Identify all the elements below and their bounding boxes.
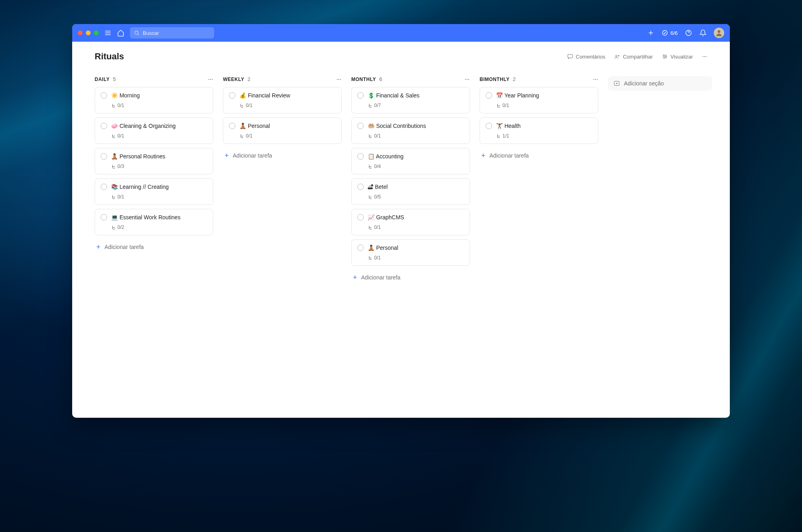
complete-toggle[interactable] (101, 123, 107, 129)
help-button[interactable] (685, 29, 692, 36)
svg-point-43 (242, 138, 243, 138)
task-card[interactable]: 🧘🏾 Personal0/1 (351, 239, 470, 266)
add-section-button[interactable]: Adicionar seção (608, 76, 712, 91)
subtask-icon (368, 255, 373, 260)
window-minimize-button[interactable] (86, 30, 91, 35)
task-card[interactable]: 💻 Essential Work Routines0/2 (95, 209, 213, 235)
progress-stat[interactable]: 6/6 (662, 30, 678, 36)
task-card[interactable]: 🧘🏾 Personal0/1 (223, 117, 342, 144)
complete-toggle[interactable] (101, 92, 107, 99)
svg-line-4 (138, 34, 139, 35)
plus-icon: + (225, 152, 229, 159)
view-button[interactable]: Visualizar (662, 53, 693, 60)
add-task-button[interactable]: +Adicionar tarefa (95, 239, 213, 255)
subtask-icon (111, 225, 116, 230)
task-card[interactable]: 🧼 Cleaning & Organizing0/1 (95, 117, 213, 144)
svg-point-36 (114, 229, 115, 230)
task-title: 📋 Accounting (368, 153, 403, 160)
column: WEEKLY2💰 Financial Review0/1🧘🏾 Personal0… (223, 76, 342, 163)
task-card[interactable]: 🤲🏼 Social Contributions0/1 (351, 117, 470, 144)
column-count: 5 (113, 76, 115, 82)
complete-toggle[interactable] (101, 184, 107, 190)
comments-button[interactable]: Comentários (567, 53, 606, 60)
column-title: WEEKLY (223, 77, 244, 82)
task-card[interactable]: 🏕 Betel0/5 (351, 178, 470, 205)
svg-point-50 (371, 138, 371, 138)
search-box[interactable]: Buscar (130, 27, 214, 38)
task-card[interactable]: 📚 Learning // Creating0/1 (95, 178, 213, 205)
menu-button[interactable] (104, 29, 111, 36)
page-header: Rituals Comentários Compartilhar Visuali… (72, 42, 730, 65)
svg-point-29 (114, 136, 115, 137)
complete-toggle[interactable] (357, 184, 364, 190)
task-subtask-count: 0/1 (368, 225, 464, 230)
complete-toggle[interactable] (357, 153, 364, 160)
complete-toggle[interactable] (357, 123, 364, 129)
window-close-button[interactable] (78, 30, 83, 35)
notifications-button[interactable] (699, 29, 707, 36)
task-card[interactable]: 📋 Accounting0/4 (351, 148, 470, 174)
task-card[interactable]: 📈 GraphCMS0/1 (351, 209, 470, 235)
share-button[interactable]: Compartilhar (614, 53, 652, 60)
traffic-lights (78, 30, 99, 35)
svg-point-37 (337, 79, 338, 79)
column-title: MONTHLY (351, 77, 376, 82)
view-label: Visualizar (670, 54, 693, 60)
task-emoji: 🧼 (111, 123, 118, 129)
column-count: 6 (379, 76, 382, 82)
window-fullscreen-button[interactable] (94, 30, 99, 35)
svg-point-40 (242, 105, 243, 106)
task-card[interactable]: 🧘🏾 Personal Routines0/3 (95, 148, 213, 174)
task-card[interactable]: 📅 Year Planning0/1 (480, 87, 598, 113)
search-icon (134, 30, 140, 36)
svg-point-46 (468, 79, 469, 79)
svg-rect-11 (568, 55, 573, 58)
column-more-button[interactable] (464, 77, 470, 82)
complete-toggle[interactable] (229, 123, 235, 129)
svg-point-12 (616, 55, 617, 57)
svg-point-20 (664, 57, 665, 59)
more-actions-button[interactable] (702, 54, 707, 59)
column-more-button[interactable] (208, 77, 213, 82)
subtask-icon (368, 164, 373, 169)
task-title: 🤲🏼 Social Contributions (368, 123, 426, 129)
complete-toggle[interactable] (486, 92, 492, 99)
complete-toggle[interactable] (101, 153, 107, 160)
svg-point-19 (665, 56, 666, 57)
user-avatar[interactable] (714, 28, 724, 38)
home-button[interactable] (117, 29, 124, 36)
task-card[interactable]: 🏋🏾 Health1/1 (480, 117, 598, 144)
complete-toggle[interactable] (357, 214, 364, 220)
task-subtask-count: 1/1 (496, 133, 592, 139)
add-task-button[interactable]: +Adicionar tarefa (351, 270, 470, 285)
svg-point-62 (499, 105, 500, 106)
task-emoji: 🧘🏾 (239, 123, 246, 129)
add-button[interactable] (647, 29, 654, 36)
add-task-button[interactable]: +Adicionar tarefa (480, 148, 598, 163)
task-emoji: 💻 (111, 214, 118, 220)
task-title: 🧘🏾 Personal (368, 245, 398, 251)
complete-toggle[interactable] (357, 245, 364, 251)
svg-point-56 (371, 229, 371, 230)
task-subtask-count: 0/5 (368, 194, 464, 200)
subtask-icon (368, 225, 373, 230)
task-title: 🧘🏾 Personal (239, 123, 270, 129)
subtask-icon (239, 134, 244, 138)
add-task-button[interactable]: +Adicionar tarefa (223, 148, 342, 163)
task-card[interactable]: 💰 Financial Review0/1 (223, 87, 342, 113)
column-header: BIMONTHLY2 (480, 76, 598, 87)
task-subtask-count: 0/1 (239, 133, 336, 139)
column-title: DAILY (95, 77, 109, 82)
complete-toggle[interactable] (486, 123, 492, 129)
task-card[interactable]: 💲 Financial & Sales0/7 (351, 87, 470, 113)
column-more-button[interactable] (593, 77, 598, 82)
task-subtask-count: 0/3 (111, 164, 207, 169)
complete-toggle[interactable] (357, 92, 364, 99)
task-card[interactable]: ☀️ Morning0/1 (95, 87, 213, 113)
complete-toggle[interactable] (229, 92, 235, 99)
column-more-button[interactable] (336, 77, 342, 82)
header-actions: Comentários Compartilhar Visualizar (567, 53, 707, 60)
complete-toggle[interactable] (101, 214, 107, 220)
task-title: 💻 Essential Work Routines (111, 214, 180, 220)
svg-point-48 (371, 107, 371, 108)
